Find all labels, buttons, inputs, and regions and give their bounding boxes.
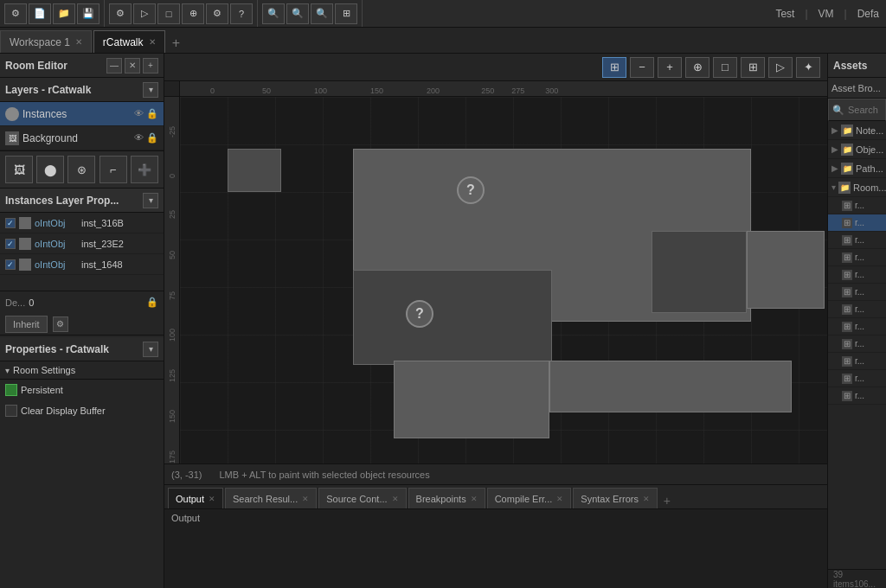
- output-panel: Output ✕ Search Resul... ✕ Source Cont..…: [164, 484, 827, 588]
- room-editor-minimize[interactable]: —: [106, 58, 122, 74]
- canvas-btn-star[interactable]: ✦: [796, 57, 820, 78]
- room-settings-toggle[interactable]: ▾ Room Settings: [5, 365, 158, 375]
- layer-instances[interactable]: Instances 👁 🔒: [0, 102, 164, 126]
- output-tab-search-close[interactable]: ✕: [302, 495, 309, 503]
- tool-line[interactable]: ⌐: [100, 156, 127, 183]
- depth-lock-icon[interactable]: 🔒: [146, 297, 158, 308]
- output-tab-source-close[interactable]: ✕: [392, 495, 399, 503]
- room-item-3[interactable]: ⊞ r...: [828, 249, 886, 266]
- layer-background-eye[interactable]: 👁: [134, 132, 144, 144]
- top-right-test[interactable]: Test: [775, 8, 794, 20]
- room-editor-add[interactable]: +: [143, 58, 158, 74]
- layer-instances-lock[interactable]: 🔒: [146, 108, 158, 119]
- output-tab-search-label: Search Resul...: [233, 494, 298, 504]
- room-item-8[interactable]: ⊞ r...: [828, 336, 886, 353]
- tab-workspace1-close[interactable]: ✕: [75, 37, 82, 47]
- tool-image[interactable]: 🖼: [5, 156, 33, 183]
- toolbar-btn-config[interactable]: ⚙: [206, 3, 228, 24]
- asset-folder-notes[interactable]: ▶ 📁 Note...: [828, 121, 886, 140]
- instances-props-collapse[interactable]: ▾: [143, 193, 158, 208]
- output-tab-output-label: Output: [176, 494, 204, 504]
- output-tab-output[interactable]: Output ✕: [168, 488, 223, 508]
- asset-folder-rooms[interactable]: ▾ 📁 Room...: [828, 178, 886, 197]
- tool-circle[interactable]: ⬤: [36, 156, 64, 183]
- clear-display-label: Clear Display Buffer: [21, 406, 106, 416]
- instance-row-1[interactable]: ✓ oIntObj inst_23E2: [0, 233, 164, 254]
- output-tab-compile[interactable]: Compile Err... ✕: [487, 488, 572, 508]
- inherit-settings-icon[interactable]: ⚙: [53, 316, 68, 332]
- room-item-1[interactable]: ⊞ r...: [828, 214, 886, 232]
- asset-folder-paths[interactable]: ▶ 📁 Path...: [828, 159, 886, 178]
- top-right-vm[interactable]: VM: [819, 8, 834, 20]
- room-item-9[interactable]: ⊞ r...: [828, 353, 886, 370]
- toolbar-btn-build[interactable]: ⚙: [109, 3, 132, 24]
- canvas-btn-grid[interactable]: ⊞: [602, 57, 626, 78]
- canvas-btn-zoom-in[interactable]: +: [658, 57, 682, 78]
- layer-background[interactable]: 🖼 Background 👁 🔒: [0, 126, 164, 150]
- toolbar-btn-file3[interactable]: 💾: [77, 3, 100, 24]
- instance-row-0[interactable]: ✓ oIntObj inst_316B: [0, 213, 164, 233]
- properties-collapse[interactable]: ▾: [143, 342, 158, 357]
- room-item-label-1: r...: [855, 218, 864, 227]
- folder-arrow-1: ▶: [831, 144, 838, 154]
- room-block-2: [228, 149, 281, 192]
- canvas-btn-fullscreen[interactable]: □: [713, 57, 737, 78]
- toolbar-btn-grid[interactable]: ⊞: [335, 3, 357, 24]
- output-tab-add[interactable]: +: [659, 493, 675, 508]
- asset-folder-objects[interactable]: ▶ 📁 Obje...: [828, 140, 886, 159]
- top-right-defa[interactable]: Defa: [857, 8, 879, 20]
- toolbar-btn-zoom-in[interactable]: 🔍: [262, 3, 285, 24]
- canvas-btn-play[interactable]: ▷: [768, 57, 793, 78]
- tool-add[interactable]: ➕: [131, 156, 158, 183]
- output-tab-syntax[interactable]: Syntax Errors ✕: [573, 488, 658, 508]
- inherit-button[interactable]: Inherit: [5, 316, 48, 333]
- layer-background-lock[interactable]: 🔒: [146, 132, 158, 144]
- room-item-4[interactable]: ⊞ r...: [828, 266, 886, 284]
- output-tab-syntax-close[interactable]: ✕: [643, 495, 650, 503]
- inst-check-2[interactable]: ✓: [5, 259, 16, 270]
- room-item-10[interactable]: ⊞ r...: [828, 370, 886, 387]
- search-input[interactable]: [848, 105, 882, 115]
- room-item-0[interactable]: ⊞ r...: [828, 197, 886, 214]
- folder-icon-2: 📁: [841, 163, 853, 175]
- toolbar-btn-settings[interactable]: ⚙: [4, 3, 27, 24]
- inst-check-0[interactable]: ✓: [5, 218, 16, 228]
- canvas-btn-snap[interactable]: ⊞: [741, 57, 765, 78]
- tab-add-button[interactable]: +: [167, 34, 186, 53]
- output-tab-search[interactable]: Search Resul... ✕: [225, 488, 317, 508]
- persistent-checkbox[interactable]: [5, 384, 17, 396]
- instance-row-2[interactable]: ✓ oIntObj inst_1648: [0, 254, 164, 275]
- toolbar-btn-zoom-out[interactable]: 🔍: [286, 3, 309, 24]
- output-tab-compile-close[interactable]: ✕: [556, 495, 563, 503]
- canvas-area[interactable]: ? ? ? ?: [180, 97, 827, 463]
- room-editor-close[interactable]: ✕: [125, 58, 140, 74]
- layers-collapse[interactable]: ▾: [143, 82, 158, 98]
- room-item-2[interactable]: ⊞ r...: [828, 232, 886, 249]
- tab-workspace1[interactable]: Workspace 1 ✕: [0, 30, 92, 53]
- canvas-btn-zoom-out[interactable]: −: [630, 57, 654, 78]
- output-tab-breakpoints-close[interactable]: ✕: [471, 495, 478, 503]
- canvas-btn-zoom-fit[interactable]: ⊕: [685, 57, 709, 78]
- output-tab-compile-label: Compile Err...: [495, 494, 553, 504]
- toolbar-btn-file1[interactable]: 📄: [29, 3, 51, 24]
- room-item-5[interactable]: ⊞ r...: [828, 284, 886, 301]
- toolbar-btn-zoom-fit[interactable]: 🔍: [311, 3, 333, 24]
- room-item-11[interactable]: ⊞ r...: [828, 387, 886, 405]
- toolbar-btn-file2[interactable]: 📁: [53, 3, 75, 24]
- tab-rcatwalk-close[interactable]: ✕: [149, 37, 156, 47]
- output-tab-source[interactable]: Source Cont... ✕: [318, 488, 406, 508]
- tab-rcatwalk[interactable]: rCatwalk ✕: [93, 30, 165, 53]
- toolbar-btn-help[interactable]: ?: [230, 3, 253, 24]
- room-item-6[interactable]: ⊞ r...: [828, 301, 886, 318]
- toolbar-btn-stop[interactable]: □: [157, 3, 180, 24]
- output-tab-breakpoints[interactable]: Breakpoints ✕: [408, 488, 485, 508]
- tool-select[interactable]: ⊛: [67, 156, 95, 183]
- room-item-label-6: r...: [855, 304, 864, 314]
- inst-check-1[interactable]: ✓: [5, 239, 16, 249]
- layer-instances-eye[interactable]: 👁: [134, 108, 144, 119]
- room-item-7[interactable]: ⊞ r...: [828, 318, 886, 336]
- clear-display-checkbox[interactable]: [5, 405, 17, 417]
- toolbar-btn-run[interactable]: ▷: [133, 3, 156, 24]
- output-tab-output-close[interactable]: ✕: [209, 495, 215, 503]
- toolbar-btn-debug[interactable]: ⊕: [182, 3, 204, 24]
